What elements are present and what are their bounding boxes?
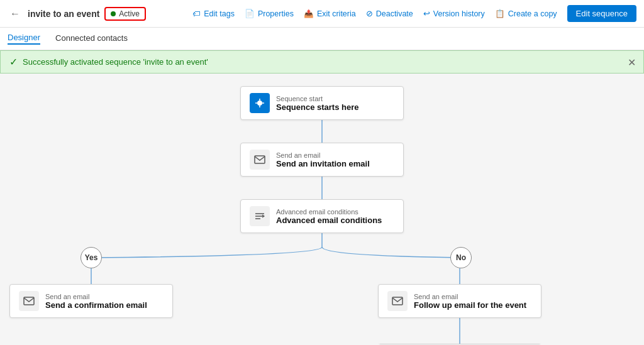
followup-icon <box>387 291 408 311</box>
adv1-icon <box>250 206 270 226</box>
properties-label: Properties <box>258 9 294 18</box>
node-advanced-conditions-2[interactable]: Advanced email conditions Advanced email… <box>378 344 541 344</box>
tab-connected-contacts[interactable]: Connected contacts <box>55 33 128 44</box>
properties-button[interactable]: 📄 Properties <box>245 9 294 18</box>
sequence-start-icon <box>250 93 270 113</box>
node-email-confirmation[interactable]: Send an email Send a confirmation email <box>9 284 173 318</box>
success-check-icon: ✓ <box>9 56 18 68</box>
branch-yes: Yes <box>80 247 102 268</box>
confirm-title: Send a confirmation email <box>45 300 147 310</box>
back-button[interactable]: ← <box>8 6 23 22</box>
canvas: Sequence start Sequence starts here Send… <box>0 74 644 344</box>
branch-no-label: No <box>456 253 466 262</box>
sequence-start-text: Sequence start Sequence starts here <box>276 95 359 112</box>
create-copy-label: Create a copy <box>508 9 557 18</box>
confirm-label: Send an email <box>45 293 147 300</box>
create-copy-icon: 📋 <box>495 9 505 18</box>
branch-no: No <box>450 247 472 268</box>
deactivate-icon: ⊘ <box>366 9 373 18</box>
version-history-button[interactable]: ↩ Version history <box>423 9 485 18</box>
edit-sequence-button[interactable]: Edit sequence <box>567 5 636 22</box>
sequence-start-title: Sequence starts here <box>276 102 359 112</box>
success-banner: ✓ Successfully activated sequence 'invit… <box>0 50 644 74</box>
node-email-followup[interactable]: Send an email Follow up email for the ev… <box>378 284 541 318</box>
version-history-label: Version history <box>433 9 485 18</box>
confirm-text: Send an email Send a confirmation email <box>45 293 147 310</box>
confirm-icon <box>19 291 39 311</box>
email1-label: Send an email <box>276 151 370 159</box>
properties-icon: 📄 <box>245 9 255 18</box>
create-copy-button[interactable]: 📋 Create a copy <box>495 9 557 18</box>
svg-rect-9 <box>255 156 265 163</box>
header-left: ← invite to an event Active <box>8 6 146 22</box>
banner-close-button[interactable]: ✕ <box>628 56 636 68</box>
adv1-text: Advanced email conditions Advanced email… <box>276 208 382 225</box>
branch-yes-label: Yes <box>85 253 98 262</box>
deactivate-label: Deactivate <box>376 9 413 18</box>
tab-designer[interactable]: Designer <box>8 33 40 45</box>
active-badge: Active <box>104 7 146 21</box>
edit-tags-icon: 🏷 <box>192 9 201 18</box>
node-sequence-start[interactable]: Sequence start Sequence starts here <box>240 86 404 120</box>
page-title: invite to an event <box>28 9 99 19</box>
header: ← invite to an event Active 🏷 Edit tags … <box>0 0 644 28</box>
exit-criteria-icon: 📤 <box>304 9 314 18</box>
followup-label: Send an email <box>414 293 526 300</box>
followup-text: Send an email Follow up email for the ev… <box>414 293 526 310</box>
version-history-icon: ↩ <box>423 9 430 18</box>
email1-text: Send an email Send an invitation email <box>276 151 370 168</box>
followup-title: Follow up email for the event <box>414 300 526 310</box>
deactivate-button[interactable]: ⊘ Deactivate <box>366 9 413 18</box>
header-right: 🏷 Edit tags 📄 Properties 📤 Exit criteria… <box>192 5 636 22</box>
edit-tags-button[interactable]: 🏷 Edit tags <box>192 9 235 18</box>
svg-rect-14 <box>392 297 402 305</box>
exit-criteria-label: Exit criteria <box>317 9 356 18</box>
active-label: Active <box>119 9 140 18</box>
sequence-start-label: Sequence start <box>276 95 359 102</box>
node-email-invitation[interactable]: Send an email Send an invitation email <box>240 143 404 177</box>
exit-criteria-button[interactable]: 📤 Exit criteria <box>304 9 356 18</box>
flow-container: Sequence start Sequence starts here Send… <box>0 74 644 344</box>
success-message: Successfully activated sequence 'invite … <box>23 57 208 67</box>
adv1-title: Advanced email conditions <box>276 216 382 225</box>
email1-icon <box>250 150 270 170</box>
adv1-label: Advanced email conditions <box>276 208 382 216</box>
node-advanced-conditions-1[interactable]: Advanced email conditions Advanced email… <box>240 199 404 233</box>
edit-tags-label: Edit tags <box>204 9 235 18</box>
email1-title: Send an invitation email <box>276 159 370 168</box>
active-dot-icon <box>111 11 116 16</box>
svg-rect-13 <box>24 297 34 305</box>
svg-point-8 <box>257 101 262 106</box>
subnav: Designer Connected contacts <box>0 28 644 50</box>
